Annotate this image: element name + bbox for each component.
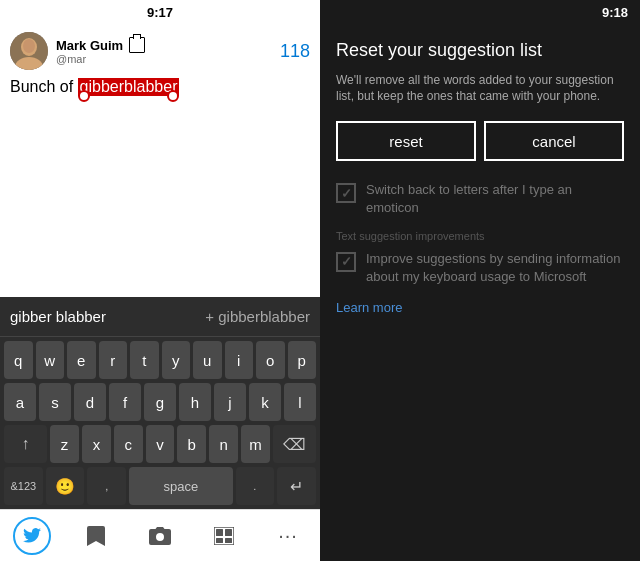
status-bar-right: 9:18 (320, 0, 640, 24)
nav-more-icon[interactable]: ··· (269, 517, 307, 555)
dialog-buttons: reset cancel (336, 121, 624, 161)
nav-bookmark-icon[interactable] (77, 517, 115, 555)
key-r[interactable]: r (99, 341, 128, 379)
dialog-title: Reset your suggestion list (336, 40, 624, 62)
time-left: 9:17 (147, 5, 173, 20)
svg-rect-8 (225, 538, 232, 543)
key-space[interactable]: space (129, 467, 232, 505)
suggestion-bar: gibber blabber + gibberblabber (0, 297, 320, 337)
status-bar-left: 9:17 (0, 0, 320, 24)
checkbox-2-label: Improve suggestions by sending informati… (366, 250, 624, 286)
keyboard-rows: q w e r t y u i o p a s d f g h j k (0, 337, 320, 505)
key-l[interactable]: l (284, 383, 316, 421)
key-x[interactable]: x (82, 425, 111, 463)
key-m[interactable]: m (241, 425, 270, 463)
tweet-count: 118 (280, 41, 310, 62)
tweet-handle: @mar (56, 53, 280, 65)
svg-rect-7 (216, 538, 223, 543)
key-i[interactable]: i (225, 341, 254, 379)
key-row-4: &123 🙂 , space . ↵ (4, 467, 316, 505)
learn-more-link[interactable]: Learn more (336, 300, 402, 315)
key-u[interactable]: u (193, 341, 222, 379)
left-panel: 9:17 Mark Guim @mar (0, 0, 320, 561)
key-j[interactable]: j (214, 383, 246, 421)
key-e[interactable]: e (67, 341, 96, 379)
key-t[interactable]: t (130, 341, 159, 379)
key-f[interactable]: f (109, 383, 141, 421)
svg-rect-6 (225, 529, 232, 536)
key-v[interactable]: v (146, 425, 175, 463)
key-backspace[interactable]: ⌫ (273, 425, 316, 463)
key-c[interactable]: c (114, 425, 143, 463)
key-g[interactable]: g (144, 383, 176, 421)
key-numbers[interactable]: &123 (4, 467, 43, 505)
key-w[interactable]: w (36, 341, 65, 379)
time-right: 9:18 (602, 5, 628, 20)
checkbox-1[interactable] (336, 183, 356, 203)
avatar (10, 32, 48, 70)
tweet-area: Mark Guim @mar 118 Bunch of gibberblabbe… (0, 24, 320, 297)
key-d[interactable]: d (74, 383, 106, 421)
cancel-button[interactable]: cancel (484, 121, 624, 161)
avatar-svg (10, 32, 48, 70)
tweet-user-info: Mark Guim @mar (56, 37, 280, 65)
checkbox-row-1: Switch back to letters after I type an e… (336, 181, 624, 217)
tweet-text: Bunch of gibberblabber (10, 78, 310, 96)
section-label: Text suggestion improvements (336, 230, 624, 242)
suggestion-left[interactable]: gibber blabber (10, 308, 205, 325)
key-q[interactable]: q (4, 341, 33, 379)
key-a[interactable]: a (4, 383, 36, 421)
key-s[interactable]: s (39, 383, 71, 421)
key-o[interactable]: o (256, 341, 285, 379)
checkbox-2[interactable] (336, 252, 356, 272)
key-z[interactable]: z (50, 425, 79, 463)
avatar-image (10, 32, 48, 70)
checkbox-1-label: Switch back to letters after I type an e… (366, 181, 624, 217)
highlighted-word[interactable]: gibberblabber (78, 78, 180, 96)
right-panel: 9:18 Reset your suggestion list We'll re… (320, 0, 640, 561)
key-comma[interactable]: , (87, 467, 126, 505)
key-n[interactable]: n (209, 425, 238, 463)
dialog-description: We'll remove all the words added to your… (336, 72, 624, 106)
key-period[interactable]: . (236, 467, 275, 505)
key-h[interactable]: h (179, 383, 211, 421)
key-y[interactable]: y (162, 341, 191, 379)
key-p[interactable]: p (288, 341, 317, 379)
bottom-nav: ··· (0, 509, 320, 561)
tweet-text-before: Bunch of (10, 78, 78, 95)
suggestion-right[interactable]: + gibberblabber (205, 308, 310, 325)
suggestion-right-text: gibberblabber (218, 308, 310, 325)
svg-point-3 (23, 39, 35, 53)
key-b[interactable]: b (177, 425, 206, 463)
keyboard-area: gibber blabber + gibberblabber q w e r t… (0, 297, 320, 509)
suggestion-right-prefix: + (205, 308, 218, 325)
reset-button[interactable]: reset (336, 121, 476, 161)
clipboard-icon[interactable] (129, 37, 145, 53)
settings-section: Switch back to letters after I type an e… (336, 181, 624, 316)
nav-camera-icon[interactable] (141, 517, 179, 555)
key-enter[interactable]: ↵ (277, 467, 316, 505)
nav-gallery-icon[interactable] (205, 517, 243, 555)
tweet-username: Mark Guim (56, 37, 280, 53)
nav-twitter-icon[interactable] (13, 517, 51, 555)
key-row-3: ↑ z x c v b n m ⌫ (4, 425, 316, 463)
key-k[interactable]: k (249, 383, 281, 421)
key-shift[interactable]: ↑ (4, 425, 47, 463)
tweet-header: Mark Guim @mar 118 (10, 32, 310, 70)
key-row-2: a s d f g h j k l (4, 383, 316, 421)
svg-rect-5 (216, 529, 223, 536)
key-row-1: q w e r t y u i o p (4, 341, 316, 379)
username-text: Mark Guim (56, 38, 123, 53)
dialog-content: Reset your suggestion list We'll remove … (320, 24, 640, 561)
checkbox-row-2: Improve suggestions by sending informati… (336, 250, 624, 286)
key-emoji[interactable]: 🙂 (46, 467, 85, 505)
